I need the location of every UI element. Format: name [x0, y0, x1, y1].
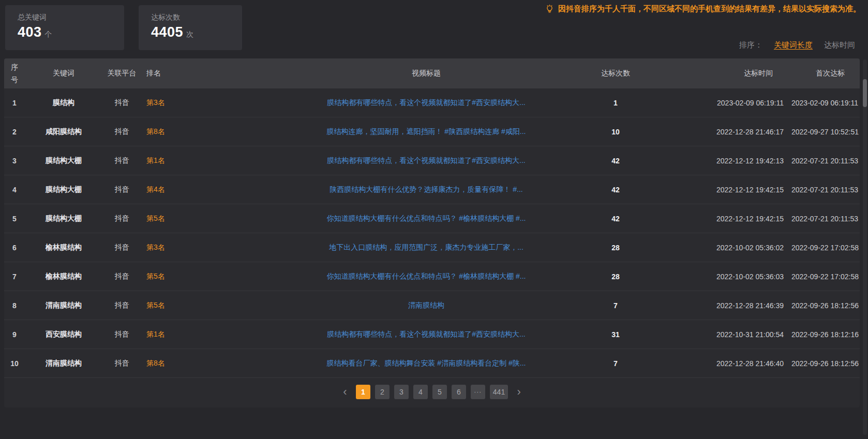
- table-row: 9西安膜结构抖音第1名膜结构都有哪些特点，看这个视频就都知道了#西安膜结构大..…: [4, 320, 860, 349]
- table-row: 2咸阳膜结构抖音第8名膜结构连廊，坚固耐用，遮阳挡雨！ #陕西膜结构连廊 #咸阳…: [4, 117, 860, 146]
- stat-unit: 次: [186, 30, 193, 38]
- row-rank-cell: 第5名: [141, 272, 278, 281]
- row-title-cell: 你知道膜结构大棚有什么优点和特点吗？ #榆林膜结构大棚 #...: [278, 214, 574, 223]
- row-keyword-cell: 膜结构大棚: [25, 214, 102, 223]
- column-header-first-reach: 首次达标: [791, 69, 860, 78]
- column-header-reach-count: 达标次数: [574, 69, 657, 78]
- row-platform-cell: 抖音: [102, 127, 141, 137]
- table-row: 1膜结构抖音第3名膜结构都有哪些特点，看这个视频就都知道了#西安膜结构大...1…: [4, 88, 860, 117]
- table-row: 7榆林膜结构抖音第5名你知道膜结构大棚有什么优点和特点吗？ #榆林膜结构大棚 #…: [4, 262, 860, 291]
- row-platform-cell: 抖音: [102, 185, 141, 194]
- page-button-6[interactable]: 6: [452, 385, 466, 399]
- stat-label: 总关键词: [18, 13, 124, 22]
- video-title-link[interactable]: 膜结构都有哪些特点，看这个视频就都知道了#西安膜结构大...: [327, 98, 525, 107]
- sort-label: 排序：: [739, 40, 762, 50]
- sort-option-reach-time[interactable]: 达标时间: [824, 40, 855, 50]
- scrollbar-track[interactable]: [863, 59, 867, 435]
- page-button-3[interactable]: 3: [394, 385, 409, 399]
- row-reach-time-cell: 2022-12-28 21:46:40: [657, 359, 791, 368]
- sort-bar: 排序： 关键词长度 达标时间: [739, 40, 855, 50]
- row-keyword-cell: 渭南膜结构: [25, 359, 102, 368]
- row-index-cell: 4: [4, 186, 25, 194]
- scrollbar-thumb[interactable]: [863, 79, 867, 107]
- row-first-reach-cell: 2023-02-09 06:19:11: [791, 99, 860, 107]
- row-keyword-cell: 渭南膜结构: [25, 301, 102, 310]
- row-platform-cell: 抖音: [102, 359, 141, 368]
- video-title-link[interactable]: 你知道膜结构大棚有什么优点和特点吗？ #榆林膜结构大棚 #...: [326, 214, 526, 222]
- row-reach-count-cell: 1: [574, 99, 657, 107]
- page-button-2[interactable]: 2: [375, 385, 390, 399]
- column-header-video-title: 视频标题: [278, 69, 574, 78]
- row-index-cell: 3: [4, 157, 25, 165]
- row-title-cell: 膜结构连廊，坚固耐用，遮阳挡雨！ #陕西膜结构连廊 #咸阳...: [278, 127, 574, 137]
- table-header-row: 序号 关键词 关联平台 排名 视频标题 达标次数 达标时间 首次达标: [4, 58, 860, 88]
- row-index-cell: 6: [4, 244, 25, 252]
- page-button-5[interactable]: 5: [432, 385, 447, 399]
- table-row: 5膜结构大棚抖音第5名你知道膜结构大棚有什么优点和特点吗？ #榆林膜结构大棚 #…: [4, 204, 860, 233]
- row-platform-cell: 抖音: [102, 243, 141, 252]
- stat-value-row: 4405次: [151, 24, 242, 40]
- row-reach-time-cell: 2022-10-31 21:00:54: [657, 330, 791, 339]
- page-button-441[interactable]: 441: [490, 385, 508, 399]
- row-index-cell: 9: [4, 330, 25, 339]
- video-title-link[interactable]: 陕西膜结构大棚有什么优势？选择康杰力，质量有保障！ #...: [330, 185, 522, 193]
- row-reach-count-cell: 10: [574, 128, 657, 136]
- row-reach-time-cell: 2022-12-28 21:46:39: [657, 301, 791, 310]
- row-reach-count-cell: 7: [574, 359, 657, 368]
- page-button-4[interactable]: 4: [413, 385, 428, 399]
- column-header-keyword: 关键词: [25, 69, 102, 78]
- row-title-cell: 膜结构看台厂家、膜结构舞台安装 #渭南膜结构看台定制 #陕...: [278, 359, 574, 368]
- row-keyword-cell: 膜结构: [25, 98, 102, 108]
- row-reach-time-cell: 2022-12-12 19:42:13: [657, 157, 791, 165]
- chevron-right-icon[interactable]: ›: [513, 385, 525, 399]
- stat-card-total-keywords: 总关键词 403个: [5, 5, 124, 50]
- video-title-link[interactable]: 膜结构连廊，坚固耐用，遮阳挡雨！ #陕西膜结构连廊 #咸阳...: [326, 127, 526, 135]
- column-header-reach-time: 达标时间: [657, 69, 791, 78]
- row-rank-cell: 第5名: [141, 214, 278, 223]
- notice-text: 因抖音排序为千人千面，不同区域不同的手机查到的结果有差异，结果以实际搜索为准。: [558, 4, 861, 14]
- row-index-cell: 10: [4, 359, 25, 368]
- row-rank-cell: 第1名: [141, 156, 278, 165]
- row-title-cell: 膜结构都有哪些特点，看这个视频就都知道了#西安膜结构大...: [278, 98, 574, 108]
- row-first-reach-cell: 2022-07-21 20:11:53: [791, 215, 860, 223]
- row-first-reach-cell: 2022-09-22 17:02:58: [791, 244, 860, 252]
- row-index-cell: 2: [4, 128, 25, 136]
- page-button-1[interactable]: 1: [356, 385, 370, 399]
- row-reach-time-cell: 2023-02-09 06:19:11: [657, 99, 791, 107]
- row-title-cell: 膜结构都有哪些特点，看这个视频就都知道了#西安膜结构大...: [278, 330, 574, 339]
- table-body: 1膜结构抖音第3名膜结构都有哪些特点，看这个视频就都知道了#西安膜结构大...1…: [4, 88, 860, 378]
- row-keyword-cell: 咸阳膜结构: [25, 127, 102, 137]
- row-first-reach-cell: 2022-09-27 10:52:51: [791, 128, 860, 136]
- row-first-reach-cell: 2022-09-22 17:02:58: [791, 273, 860, 281]
- row-index-cell: 1: [4, 99, 25, 107]
- row-platform-cell: 抖音: [102, 330, 141, 339]
- chevron-left-icon[interactable]: ‹: [339, 385, 351, 399]
- pagination-ellipsis[interactable]: ···: [471, 385, 485, 399]
- video-title-link[interactable]: 膜结构都有哪些特点，看这个视频就都知道了#西安膜结构大...: [327, 156, 525, 164]
- row-reach-time-cell: 2022-10-02 05:36:03: [657, 273, 791, 281]
- row-keyword-cell: 膜结构大棚: [25, 156, 102, 165]
- sort-option-keyword-length[interactable]: 关键词长度: [774, 40, 813, 50]
- video-title-link[interactable]: 地下出入口膜结构，应用范围广泛，康杰力专业施工厂家，...: [329, 243, 523, 251]
- video-title-link[interactable]: 你知道膜结构大棚有什么优点和特点吗？ #榆林膜结构大棚 #...: [326, 272, 526, 280]
- table-row: 8渭南膜结构抖音第5名渭南膜结构72022-12-28 21:46:392022…: [4, 291, 860, 320]
- row-rank-cell: 第8名: [141, 127, 278, 137]
- row-reach-count-cell: 28: [574, 273, 657, 281]
- video-title-link[interactable]: 膜结构都有哪些特点，看这个视频就都知道了#西安膜结构大...: [327, 330, 525, 338]
- video-title-link[interactable]: 膜结构看台厂家、膜结构舞台安装 #渭南膜结构看台定制 #陕...: [326, 359, 526, 367]
- row-keyword-cell: 膜结构大棚: [25, 185, 102, 194]
- row-rank-cell: 第5名: [141, 301, 278, 310]
- row-keyword-cell: 西安膜结构: [25, 330, 102, 339]
- row-rank-cell: 第3名: [141, 98, 278, 108]
- table-row: 6榆林膜结构抖音第3名地下出入口膜结构，应用范围广泛，康杰力专业施工厂家，...…: [4, 233, 860, 262]
- row-reach-count-cell: 28: [574, 244, 657, 252]
- stat-card-reach-count: 达标次数 4405次: [139, 5, 242, 50]
- row-first-reach-cell: 2022-07-21 20:11:53: [791, 186, 860, 194]
- stat-value-row: 403个: [18, 24, 124, 40]
- row-first-reach-cell: 2022-09-26 18:12:56: [791, 301, 860, 310]
- row-reach-time-cell: 2022-10-02 05:36:02: [657, 244, 791, 252]
- row-title-cell: 地下出入口膜结构，应用范围广泛，康杰力专业施工厂家，...: [278, 243, 574, 252]
- row-index-cell: 8: [4, 301, 25, 310]
- video-title-link[interactable]: 渭南膜结构: [408, 301, 444, 309]
- row-title-cell: 膜结构都有哪些特点，看这个视频就都知道了#西安膜结构大...: [278, 156, 574, 165]
